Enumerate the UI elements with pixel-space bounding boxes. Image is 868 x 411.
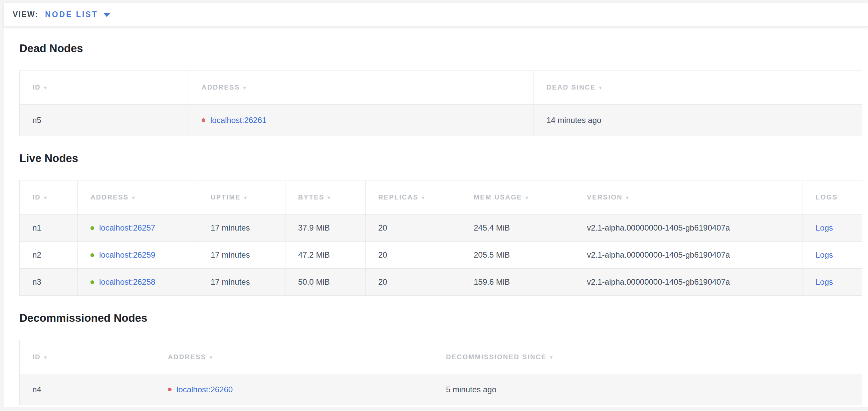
- logs-link[interactable]: Logs: [815, 223, 833, 232]
- cell-mem-usage: 245.4 MiB: [461, 214, 574, 242]
- view-toolbar: VIEW: NODE LIST: [4, 3, 868, 27]
- logs-link[interactable]: Logs: [815, 250, 833, 259]
- cell-dead-since: 14 minutes ago: [534, 105, 862, 136]
- view-label: VIEW:: [13, 10, 38, 19]
- sort-caret-icon: [422, 195, 425, 201]
- cell-node-id: n5: [20, 105, 189, 136]
- view-selector-dropdown[interactable]: NODE LIST: [45, 10, 110, 19]
- decommissioned-nodes-title: Decommissioned Nodes: [19, 311, 868, 325]
- column-header-uptime[interactable]: UPTIME: [198, 180, 285, 214]
- cell-version: v2.1-alpha.00000000-1405-gb6190407a: [574, 242, 803, 269]
- cell-replicas: 20: [366, 269, 461, 296]
- table-header-row: ID ADDRESS DECOMMISSIONED SINCE: [20, 340, 862, 374]
- node-status-dot-icon: [168, 388, 172, 391]
- cell-node-id: n3: [20, 269, 78, 296]
- node-address-link[interactable]: localhost:26261: [210, 116, 267, 125]
- node-address-link[interactable]: localhost:26257: [99, 223, 155, 233]
- cell-bytes: 47.2 MiB: [285, 242, 366, 269]
- column-header-address[interactable]: ADDRESS: [78, 180, 198, 214]
- column-header-bytes[interactable]: BYTES: [285, 180, 366, 214]
- table-row: n5 localhost:26261 14 minutes ago: [20, 105, 862, 136]
- sort-caret-icon: [525, 195, 529, 201]
- column-header-mem-usage[interactable]: MEM USAGE: [461, 180, 574, 214]
- sort-caret-icon: [44, 355, 48, 360]
- cell-node-id: n1: [20, 214, 78, 242]
- dead-nodes-table: ID ADDRESS DEAD SINCE n5 localhost:26261…: [19, 70, 862, 136]
- column-header-replicas[interactable]: REPLICAS: [366, 180, 461, 214]
- decommissioned-nodes-table: ID ADDRESS DECOMMISSIONED SINCE n4 local…: [19, 340, 862, 405]
- cell-node-address: localhost:26257: [78, 214, 198, 242]
- cell-replicas: 20: [366, 242, 461, 269]
- cell-replicas: 20: [366, 214, 461, 242]
- cell-version: v2.1-alpha.00000000-1405-gb6190407a: [574, 214, 803, 242]
- sort-caret-icon: [550, 355, 553, 360]
- cell-node-id: n2: [20, 242, 78, 269]
- cell-bytes: 37.9 MiB: [285, 214, 366, 242]
- table-header-row: ID ADDRESS DEAD SINCE: [20, 70, 862, 105]
- table-row: n3 localhost:26258 17 minutes 50.0 MiB 2…: [20, 269, 862, 296]
- logs-link[interactable]: Logs: [815, 277, 833, 286]
- column-header-address[interactable]: ADDRESS: [189, 70, 534, 105]
- cell-logs: Logs: [803, 269, 862, 296]
- column-header-logs: LOGS: [803, 180, 862, 214]
- table-header-row: ID ADDRESS UPTIME BYTES REPLICAS MEM USA…: [20, 180, 862, 214]
- sort-caret-icon: [243, 85, 247, 91]
- cell-decommissioned-since: 5 minutes ago: [433, 374, 862, 405]
- node-address-link[interactable]: localhost:26260: [177, 385, 233, 394]
- cell-node-address: localhost:26261: [189, 105, 534, 136]
- cell-logs: Logs: [803, 214, 862, 242]
- cell-node-address: localhost:26258: [78, 269, 198, 296]
- cell-bytes: 50.0 MiB: [285, 269, 366, 296]
- column-header-id[interactable]: ID: [20, 70, 189, 105]
- sort-caret-icon: [44, 85, 48, 91]
- cell-node-address: localhost:26260: [155, 374, 433, 405]
- sort-caret-icon: [599, 85, 602, 91]
- cell-node-address: localhost:26259: [78, 242, 198, 269]
- sort-caret-icon: [626, 195, 629, 201]
- node-address-link[interactable]: localhost:26258: [99, 277, 155, 287]
- column-header-dead-since[interactable]: DEAD SINCE: [534, 70, 862, 105]
- node-status-dot-icon: [202, 118, 205, 122]
- content-panel: VIEW: NODE LIST Dead Nodes ID ADDRESS DE…: [4, 3, 868, 407]
- sort-caret-icon: [44, 195, 48, 201]
- cell-mem-usage: 159.6 MiB: [461, 269, 574, 296]
- node-status-dot-icon: [90, 226, 94, 230]
- column-header-decommissioned-since[interactable]: DECOMMISSIONED SINCE: [433, 340, 862, 374]
- live-nodes-title: Live Nodes: [19, 151, 868, 166]
- live-nodes-table: ID ADDRESS UPTIME BYTES REPLICAS MEM USA…: [19, 180, 862, 296]
- sort-caret-icon: [328, 195, 331, 201]
- node-list-content: Dead Nodes ID ADDRESS DEAD SINCE n5: [4, 27, 868, 405]
- view-selector-value: NODE LIST: [45, 10, 98, 19]
- column-header-version[interactable]: VERSION: [574, 180, 803, 214]
- cell-mem-usage: 205.5 MiB: [461, 242, 574, 269]
- cell-version: v2.1-alpha.00000000-1405-gb6190407a: [574, 269, 803, 296]
- column-header-address[interactable]: ADDRESS: [155, 340, 433, 374]
- node-status-dot-icon: [90, 280, 94, 284]
- cell-uptime: 17 minutes: [198, 214, 285, 242]
- cell-uptime: 17 minutes: [198, 242, 285, 269]
- table-row: n2 localhost:26259 17 minutes 47.2 MiB 2…: [20, 242, 862, 269]
- cell-node-id: n4: [20, 374, 155, 405]
- dead-nodes-title: Dead Nodes: [19, 41, 868, 56]
- cell-logs: Logs: [803, 242, 862, 269]
- column-header-id[interactable]: ID: [20, 340, 155, 374]
- node-address-link[interactable]: localhost:26259: [99, 250, 155, 260]
- table-row: n1 localhost:26257 17 minutes 37.9 MiB 2…: [20, 214, 862, 242]
- sort-caret-icon: [132, 195, 135, 201]
- sort-caret-icon: [244, 195, 247, 201]
- chevron-down-icon: [103, 13, 110, 17]
- table-row: n4 localhost:26260 5 minutes ago: [20, 374, 862, 405]
- node-status-dot-icon: [90, 253, 94, 257]
- cell-uptime: 17 minutes: [198, 269, 285, 296]
- column-header-id[interactable]: ID: [20, 180, 78, 214]
- sort-caret-icon: [210, 355, 213, 360]
